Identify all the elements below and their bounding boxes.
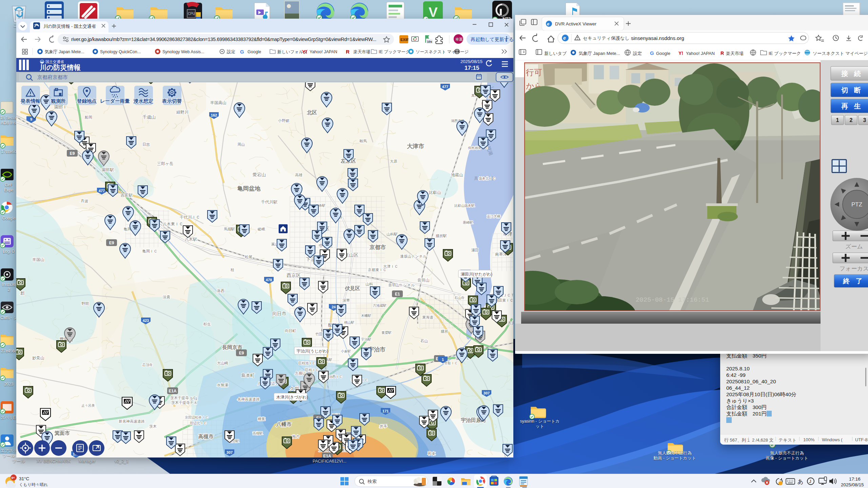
svg-text:川の防災情報 - 国土交通省: 川の防災情報 - 国土交通省 [43, 24, 96, 29]
svg-text:洛西: 洛西 [217, 289, 224, 293]
svg-text:Y!: Y! [302, 49, 307, 55]
svg-text:嵯峨: 嵯峨 [258, 227, 265, 231]
svg-text:深草: 深草 [342, 298, 350, 302]
svg-text:地蔵山: 地蔵山 [451, 172, 463, 177]
svg-text:高槻市: 高槻市 [198, 433, 214, 440]
svg-text:E9: E9 [239, 351, 244, 355]
svg-text:膳所駅: 膳所駅 [436, 234, 447, 238]
svg-text:くもり時々晴れ: くもり時々晴れ [19, 482, 48, 487]
svg-text:西京区: 西京区 [287, 272, 301, 278]
svg-text:山科: 山科 [366, 282, 373, 286]
svg-text:桃山駅: 桃山駅 [344, 321, 354, 324]
svg-text:e: e [563, 35, 566, 41]
svg-text:木幡駅: 木幡駅 [361, 314, 371, 318]
svg-text:設定: 設定 [226, 49, 235, 54]
svg-text:Google: Google [656, 51, 670, 56]
svg-text:セキュリティ保護なし: セキュリティ保護なし [583, 36, 630, 41]
svg-text:171: 171 [382, 409, 389, 413]
svg-text:鞍馬: 鞍馬 [359, 139, 367, 143]
svg-text:307: 307 [226, 450, 233, 454]
svg-text:ソースネクスト マイページ: ソースネクスト マイページ [813, 51, 868, 56]
svg-text:島本町: 島本町 [241, 373, 255, 378]
svg-text:17:16: 17:16 [849, 476, 861, 482]
svg-text:ズーム: ズーム [845, 243, 863, 250]
svg-text:千代川ＩＣ: 千代川ＩＣ [180, 215, 200, 220]
svg-text:あ: あ [797, 479, 803, 485]
svg-text:大原: 大原 [390, 159, 397, 163]
svg-text:新しいタブ: 新しいタブ [544, 51, 567, 56]
svg-text:river.go.jp/kawabou/mb?zm=12&c: river.go.jp/kawabou/mb?zm=12&clat=34.990… [71, 37, 376, 42]
svg-text:桂: 桂 [230, 268, 234, 272]
svg-text:長岡京市: 長岡京市 [222, 344, 242, 350]
svg-text:終 了: 終 了 [843, 277, 865, 285]
svg-text:ソースネクスト マイページ: ソースネクスト マイページ [416, 49, 469, 54]
svg-text:瀬田東ＩＣ: 瀬田東ＩＣ [495, 298, 513, 302]
svg-text:PTZ: PTZ [851, 201, 862, 208]
svg-text:2025-08-15 17:16:51: 2025-08-15 17:16:51 [636, 296, 709, 304]
svg-text:黄檗駅: 黄檗駅 [381, 331, 392, 334]
svg-text:瀬田: 瀬田 [471, 248, 479, 252]
svg-text:園部駅: 園部駅 [102, 167, 114, 172]
svg-text:E1A: E1A [323, 454, 331, 458]
svg-text:G: G [650, 50, 654, 56]
svg-text:吉富駅: 吉富駅 [120, 193, 133, 198]
svg-text:音羽山: 音羽山 [417, 278, 430, 283]
svg-text:周山: 周山 [237, 142, 245, 146]
svg-text:3: 3 [863, 117, 866, 123]
svg-text:茨木千提寺ＩＣ: 茨木千提寺ＩＣ [170, 396, 196, 400]
svg-text:E9: E9 [109, 241, 114, 245]
svg-text:名神高速道路: 名神高速道路 [237, 397, 260, 401]
svg-text:楽天市場: 楽天市場 [726, 51, 744, 56]
svg-text:六地蔵駅: 六地蔵駅 [373, 304, 387, 307]
svg-text:八木東ＩＣ: 八木東ＩＣ [163, 222, 183, 226]
svg-text:茨木千提寺ＰＡ: 茨木千提寺ＰＡ [171, 401, 197, 405]
svg-text:大戸川: 大戸川 [508, 321, 513, 325]
svg-text:亀岡盆地: 亀岡盆地 [237, 185, 261, 192]
svg-text:Synology Web Assis...: Synology Web Assis... [162, 49, 204, 54]
svg-text:1: 1 [442, 358, 444, 362]
svg-text:Synology QuickCon...: Synology QuickCon... [100, 49, 141, 54]
svg-text:切 断: 切 断 [841, 86, 863, 94]
svg-text:幸憲: 幸憲 [455, 37, 463, 41]
svg-text:法貴: 法貴 [162, 295, 170, 299]
svg-text:登録地点: 登録地点 [77, 98, 97, 104]
svg-text:Yahoo! JAPAN: Yahoo! JAPAN [310, 49, 337, 54]
svg-text:気象庁 Japan Mete...: 気象庁 Japan Mete... [45, 49, 84, 54]
svg-text:R: R [721, 50, 724, 56]
svg-text:唐崎駅: 唐崎駅 [463, 221, 473, 224]
svg-text:小野郷: 小野郷 [278, 119, 289, 123]
svg-text:Yahoo! JAPAN: Yahoo! JAPAN [686, 51, 715, 56]
svg-text:川の防災情報: 川の防災情報 [39, 64, 81, 71]
svg-text:野間: 野間 [81, 302, 89, 306]
svg-text:木津川(きづがわ): 木津川(きづがわ) [276, 395, 308, 400]
svg-text:楽天市場: 楽天市場 [353, 49, 371, 54]
svg-text:巨椋池ＩＣ: 巨椋池ＩＣ [298, 361, 315, 365]
svg-text:千代川駅: 千代川駅 [261, 200, 277, 204]
svg-text:国土交通省: 国土交通省 [45, 60, 64, 64]
svg-text:V: V [429, 5, 438, 20]
svg-text:表示切替: 表示切替 [162, 98, 182, 104]
svg-text:423: 423 [143, 319, 149, 323]
svg-text:Google: Google [248, 49, 261, 54]
svg-text:E1A: E1A [169, 389, 177, 393]
svg-text:フォーカス: フォーカス [840, 265, 868, 272]
svg-text:笠取ＩＣ: 笠取ＩＣ [444, 361, 458, 365]
svg-text:9: 9 [30, 117, 32, 121]
svg-text:EXIF: EXIF [400, 38, 409, 42]
svg-text:307: 307 [484, 391, 490, 395]
svg-text:八幡市: 八幡市 [276, 421, 292, 427]
svg-text:IE ブックマーク: IE ブックマーク [769, 51, 801, 56]
svg-text:丹波: 丹波 [81, 199, 88, 203]
svg-text:477: 477 [99, 189, 105, 193]
svg-text:設定: 設定 [633, 51, 642, 56]
svg-text:向日市: 向日市 [272, 311, 287, 316]
svg-text:再 生: 再 生 [841, 102, 863, 110]
svg-text:山科駅: 山科駅 [387, 232, 398, 236]
svg-text:松尾: 松尾 [245, 255, 252, 259]
svg-text:愛宕山: 愛宕山 [253, 172, 266, 177]
svg-text:田辺北ＩＣ: 田辺北ＩＣ [190, 421, 207, 425]
svg-text:CPU: CPU [188, 12, 195, 16]
svg-text:162: 162 [211, 113, 217, 117]
svg-text:園部 I: 園部 I [54, 104, 65, 109]
svg-text:馬堀駅: 馬堀駅 [224, 227, 235, 231]
